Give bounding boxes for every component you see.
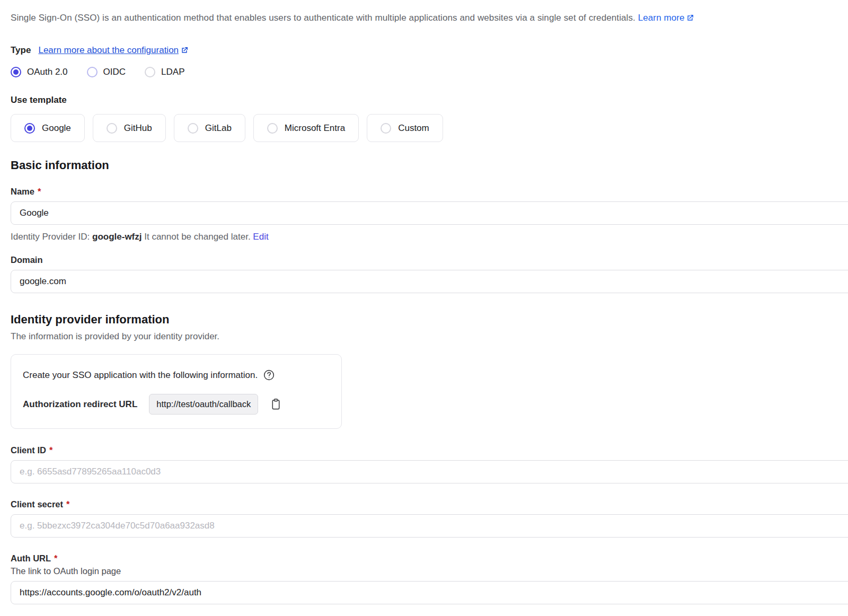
template-card-microsoft-entra[interactable]: Microsoft Entra [253,114,359,142]
template-card-custom[interactable]: Custom [367,114,443,142]
basic-information-heading: Basic information [11,159,848,172]
radio-unselected-icon [188,123,198,134]
template-google-label: Google [42,123,71,134]
auth-url-field: Auth URL* The link to OAuth login page [11,553,848,604]
domain-label-text: Domain [11,255,43,265]
auth-url-input[interactable] [11,581,848,604]
sso-settings-page: Single Sign-On (SSO) is an authenticatio… [0,0,848,604]
auth-url-label: Auth URL* [11,553,848,564]
required-asterisk: * [54,553,57,564]
client-secret-label: Client secret* [11,499,848,509]
radio-ldap-label: LDAP [161,67,184,77]
client-id-input[interactable] [11,460,848,483]
domain-field: Domain [11,255,848,293]
radio-oauth2-label: OAuth 2.0 [27,67,68,77]
info-card-title: Create your SSO application with the fol… [23,370,258,381]
radio-unselected-icon [87,67,98,77]
idp-id-value: google-wfzj [92,232,142,242]
client-id-label-text: Client ID [11,445,46,455]
type-label: Type [11,45,31,56]
redirect-url-label: Authorization redirect URL [23,399,137,410]
auth-url-helper: The link to OAuth login page [11,566,848,576]
template-gitlab-label: GitLab [205,123,232,134]
redirect-url-value: http://test/oauth/callback [149,394,258,415]
template-card-group: Google GitHub GitLab Microsoft Entra Cus… [11,114,848,142]
radio-unselected-icon [381,123,391,134]
redirect-url-row: Authorization redirect URL http://test/o… [23,394,330,415]
radio-unselected-icon [267,123,278,134]
type-row: Type Learn more about the configuration [11,45,848,56]
name-input[interactable] [11,201,848,225]
radio-oauth2[interactable]: OAuth 2.0 [11,67,68,77]
domain-label: Domain [11,255,848,265]
help-icon[interactable] [263,369,275,381]
auth-url-label-text: Auth URL [11,553,51,564]
name-label: Name* [11,187,848,197]
idp-information-subtitle: The information is provided by your iden… [11,331,848,342]
radio-oidc-label: OIDC [103,67,126,77]
external-link-icon [180,46,189,55]
copy-button[interactable] [270,398,282,411]
intro-description: Single Sign-On (SSO) is an authenticatio… [11,13,635,23]
idp-note-suffix: It cannot be changed later. [144,232,250,242]
idp-note-prefix: Identity Provider ID: [11,232,90,242]
clipboard-icon [270,398,282,411]
template-entra-label: Microsoft Entra [285,123,345,134]
radio-oidc[interactable]: OIDC [87,67,126,77]
radio-selected-icon [24,123,35,134]
identity-provider-id-note: Identity Provider ID: google-wfzj It can… [11,232,848,242]
sso-info-card: Create your SSO application with the fol… [11,354,342,429]
radio-selected-icon [11,67,21,77]
radio-unselected-icon [145,67,155,77]
client-secret-field: Client secret* [11,499,848,538]
required-asterisk: * [49,445,52,455]
external-link-icon [686,14,694,22]
radio-unselected-icon [107,123,117,134]
client-secret-label-text: Client secret [11,499,63,509]
domain-input[interactable] [11,270,848,293]
use-template-label: Use template [11,95,848,105]
required-asterisk: * [38,187,41,197]
configuration-docs-link[interactable]: Learn more about the configuration [38,45,189,56]
configuration-docs-label: Learn more about the configuration [38,45,179,56]
idp-information-heading: Identity provider information [11,313,848,327]
name-label-text: Name [11,187,34,197]
template-github-label: GitHub [124,123,152,134]
info-card-title-row: Create your SSO application with the fol… [23,369,330,381]
name-field: Name* [11,187,848,225]
template-custom-label: Custom [398,123,429,134]
template-card-github[interactable]: GitHub [93,114,166,142]
intro-text: Single Sign-On (SSO) is an authenticatio… [11,13,848,23]
template-card-gitlab[interactable]: GitLab [174,114,245,142]
required-asterisk: * [66,499,69,509]
edit-idp-id-link[interactable]: Edit [253,232,268,242]
learn-more-link[interactable]: Learn more [638,13,694,23]
template-card-google[interactable]: Google [11,114,85,142]
type-radio-group: OAuth 2.0 OIDC LDAP [11,67,848,77]
learn-more-label: Learn more [638,13,685,23]
client-secret-input[interactable] [11,514,848,538]
client-id-field: Client ID* [11,445,848,483]
client-id-label: Client ID* [11,445,848,455]
radio-ldap[interactable]: LDAP [145,67,184,77]
